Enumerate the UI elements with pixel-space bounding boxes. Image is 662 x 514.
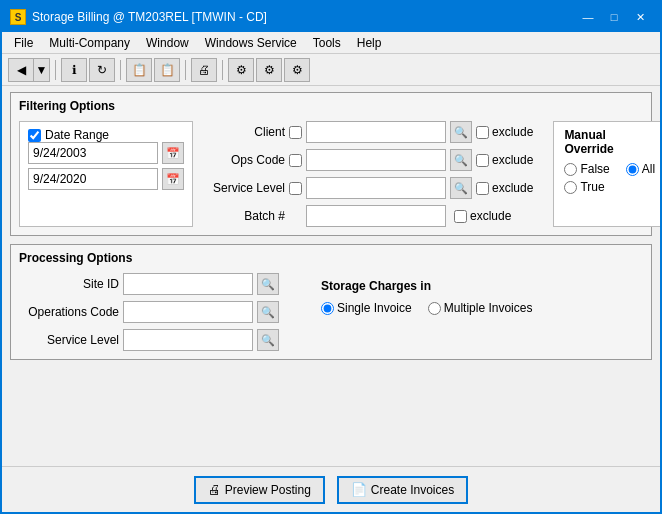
title-bar: S Storage Billing @ TM203REL [TMWIN - CD… (2, 2, 660, 32)
date-to-input[interactable] (28, 168, 158, 190)
toolbar-separator-4 (222, 60, 223, 80)
opscode-label: Ops Code (205, 153, 285, 167)
client-exclude-checkbox[interactable] (476, 126, 489, 139)
proc-servicelevel-lookup-button[interactable]: 🔍 (257, 329, 279, 351)
manual-override-false-radio[interactable] (564, 163, 577, 176)
opscode-checkbox[interactable] (289, 154, 302, 167)
opscode-lookup-button[interactable]: 🔍 (450, 149, 472, 171)
toolbar-dropdown-arrow[interactable]: ▼ (34, 58, 50, 82)
siteid-input[interactable] (123, 273, 253, 295)
batch-row: Batch # exclude (205, 205, 533, 227)
maximize-button[interactable]: □ (602, 7, 626, 27)
siteid-lookup-button[interactable]: 🔍 (257, 273, 279, 295)
menu-multicompany[interactable]: Multi-Company (41, 34, 138, 52)
date-to-row: 📅 (28, 168, 184, 190)
manual-override-all-radio[interactable] (626, 163, 639, 176)
manual-override-row1: False All (564, 162, 655, 176)
siteid-row: Site ID 🔍 (19, 273, 279, 295)
multiple-invoices-radio[interactable] (428, 302, 441, 315)
filtering-options-section: Filtering Options Date Range 📅 📅 (10, 92, 652, 236)
app-window: S Storage Billing @ TM203REL [TMWIN - CD… (0, 0, 662, 514)
servicelevel-exclude-checkbox[interactable] (476, 182, 489, 195)
siteid-label: Site ID (19, 277, 119, 291)
client-checkbox[interactable] (289, 126, 302, 139)
batch-exclude-row: exclude (454, 209, 511, 223)
toolbar-settings-btn1[interactable]: ⚙ (228, 58, 254, 82)
create-invoices-label: Create Invoices (371, 483, 454, 497)
single-invoice-radio[interactable] (321, 302, 334, 315)
client-lookup-button[interactable]: 🔍 (450, 121, 472, 143)
toolbar: ◀ ▼ ℹ ↻ 📋 📋 🖨 ⚙ ⚙ ⚙ (2, 54, 660, 86)
processing-content: Site ID 🔍 Operations Code 🔍 Service Leve… (19, 273, 643, 351)
manual-override-title: Manual Override (564, 128, 655, 156)
processing-options-section: Processing Options Site ID 🔍 Operations … (10, 244, 652, 360)
manual-override-false-label: False (580, 162, 609, 176)
menu-tools[interactable]: Tools (305, 34, 349, 52)
date-to-calendar-button[interactable]: 📅 (162, 168, 184, 190)
close-button[interactable]: ✕ (628, 7, 652, 27)
servicelevel-row: Service Level 🔍 exclude (205, 177, 533, 199)
toolbar-settings-btn3[interactable]: ⚙ (284, 58, 310, 82)
toolbar-settings-btn2[interactable]: ⚙ (256, 58, 282, 82)
client-exclude-label: exclude (492, 125, 533, 139)
operations-code-label: Operations Code (19, 305, 119, 319)
manual-override-true: True (564, 180, 604, 194)
client-label: Client (205, 125, 285, 139)
opscode-exclude-label: exclude (492, 153, 533, 167)
opscode-input[interactable] (306, 149, 446, 171)
batch-exclude-checkbox[interactable] (454, 210, 467, 223)
app-icon: S (10, 9, 26, 25)
manual-override-row2: True (564, 180, 655, 194)
client-exclude-row: exclude (476, 125, 533, 139)
servicelevel-lookup-button[interactable]: 🔍 (450, 177, 472, 199)
minimize-button[interactable]: — (576, 7, 600, 27)
manual-override-true-label: True (580, 180, 604, 194)
date-range-checkbox[interactable] (28, 129, 41, 142)
menu-file[interactable]: File (6, 34, 41, 52)
toolbar-paste-button[interactable]: 📋 (154, 58, 180, 82)
date-from-input[interactable] (28, 142, 158, 164)
toolbar-print-button[interactable]: 🖨 (191, 58, 217, 82)
servicelevel-input[interactable] (306, 177, 446, 199)
proc-servicelevel-input[interactable] (123, 329, 253, 351)
batch-input[interactable] (306, 205, 446, 227)
servicelevel-exclude-label: exclude (492, 181, 533, 195)
servicelevel-checkbox[interactable] (289, 182, 302, 195)
storage-charges-options: Single Invoice Multiple Invoices (321, 301, 532, 315)
toolbar-info-button[interactable]: ℹ (61, 58, 87, 82)
date-range-checkbox-row: Date Range (28, 128, 184, 142)
toolbar-refresh-button[interactable]: ↻ (89, 58, 115, 82)
multiple-invoices-label: Multiple Invoices (444, 301, 533, 315)
menu-bar: File Multi-Company Window Windows Servic… (2, 32, 660, 54)
operations-code-lookup-button[interactable]: 🔍 (257, 301, 279, 323)
date-range-box: Date Range 📅 📅 (19, 121, 193, 227)
processing-fields-group: Site ID 🔍 Operations Code 🔍 Service Leve… (19, 273, 279, 351)
manual-override-all-label: All (642, 162, 655, 176)
preview-posting-button[interactable]: 🖨 Preview Posting (194, 476, 325, 504)
client-input[interactable] (306, 121, 446, 143)
bottom-bar: 🖨 Preview Posting 📄 Create Invoices (2, 466, 660, 512)
create-invoices-button[interactable]: 📄 Create Invoices (337, 476, 468, 504)
menu-window[interactable]: Window (138, 34, 197, 52)
proc-servicelevel-row: Service Level 🔍 (19, 329, 279, 351)
toolbar-separator-2 (120, 60, 121, 80)
window-title: Storage Billing @ TM203REL [TMWIN - CD] (32, 10, 267, 24)
date-from-row: 📅 (28, 142, 184, 164)
manual-override-box: Manual Override False All (553, 121, 660, 227)
operations-code-row: Operations Code 🔍 (19, 301, 279, 323)
manual-override-all: All (626, 162, 655, 176)
operations-code-input[interactable] (123, 301, 253, 323)
date-from-calendar-button[interactable]: 📅 (162, 142, 184, 164)
content-area: Filtering Options Date Range 📅 📅 (2, 86, 660, 470)
menu-help[interactable]: Help (349, 34, 390, 52)
opscode-exclude-checkbox[interactable] (476, 154, 489, 167)
single-invoice-option: Single Invoice (321, 301, 412, 315)
date-range-label: Date Range (45, 128, 109, 142)
title-bar-left: S Storage Billing @ TM203REL [TMWIN - CD… (10, 9, 267, 25)
manual-override-true-radio[interactable] (564, 181, 577, 194)
servicelevel-exclude-row: exclude (476, 181, 533, 195)
toolbar-back-button[interactable]: ◀ (8, 58, 34, 82)
preview-posting-label: Preview Posting (225, 483, 311, 497)
toolbar-copy-button[interactable]: 📋 (126, 58, 152, 82)
menu-windows-service[interactable]: Windows Service (197, 34, 305, 52)
